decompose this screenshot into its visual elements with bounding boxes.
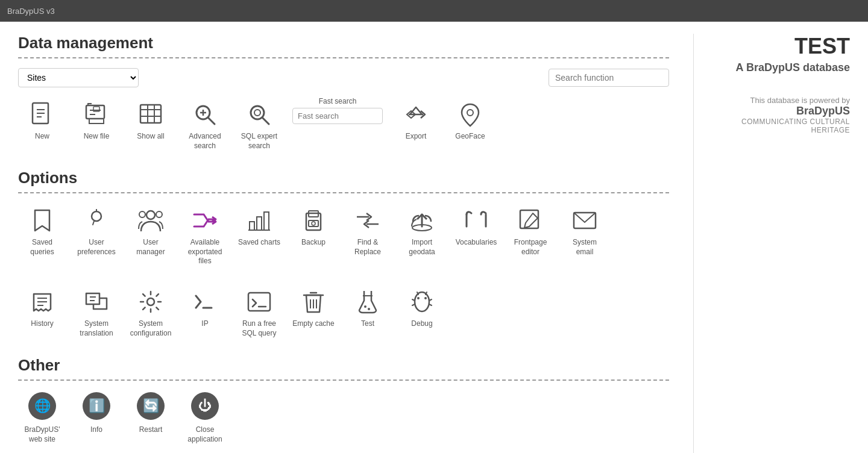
saved-charts-button[interactable]: Saved charts bbox=[235, 203, 283, 251]
options-row1: Saved queries User preferences bbox=[18, 203, 669, 270]
close-application-label: Close application bbox=[183, 425, 227, 444]
saved-queries-icon bbox=[28, 207, 56, 234]
svg-point-19 bbox=[254, 110, 260, 116]
frontpage-editor-label: Frontpage editor bbox=[509, 238, 552, 257]
history-label: History bbox=[31, 319, 53, 329]
saved-queries-button[interactable]: Saved queries bbox=[18, 203, 66, 260]
saved-queries-label: Saved queries bbox=[20, 238, 64, 257]
new-icon bbox=[28, 101, 56, 128]
import-geodata-label: Import geodata bbox=[400, 238, 444, 257]
find-replace-button[interactable]: Find & Replace bbox=[344, 203, 392, 260]
other-title: Other bbox=[18, 356, 669, 375]
system-translation-button[interactable]: System translation bbox=[72, 284, 121, 342]
globe-icon: 🌐 bbox=[28, 394, 56, 422]
geoface-label: GeoFace bbox=[455, 132, 485, 142]
export-icon bbox=[402, 101, 430, 128]
restart-button[interactable]: 🔄 Restart bbox=[127, 390, 175, 439]
find-replace-icon bbox=[354, 207, 382, 234]
debug-label: Debug bbox=[411, 319, 432, 329]
options-title: Options bbox=[18, 169, 669, 187]
system-translation-label: System translation bbox=[75, 319, 118, 338]
info-label: Info bbox=[90, 425, 102, 435]
system-configuration-button[interactable]: System configuration bbox=[127, 284, 175, 342]
svg-point-24 bbox=[139, 211, 145, 217]
user-preferences-icon bbox=[83, 207, 110, 234]
system-configuration-icon bbox=[137, 288, 165, 316]
bradypus-website-label: BraDypUS' web site bbox=[20, 425, 64, 444]
new-file-label: New file bbox=[84, 132, 110, 142]
backup-icon bbox=[300, 207, 327, 234]
user-manager-icon bbox=[137, 207, 165, 234]
geoface-icon bbox=[456, 101, 484, 128]
svg-point-59 bbox=[424, 297, 427, 299]
power-icon: ⏻ bbox=[191, 394, 219, 422]
powered-by-text: This database is powered by bbox=[706, 96, 850, 105]
frontpage-editor-icon bbox=[517, 207, 544, 234]
sql-expert-search-label: SQL expert search bbox=[237, 132, 281, 151]
system-email-button[interactable]: System email bbox=[561, 203, 609, 260]
test-label: Test bbox=[361, 319, 374, 329]
empty-cache-icon bbox=[300, 288, 327, 316]
show-all-button[interactable]: Show all bbox=[127, 97, 175, 145]
sql-expert-search-button[interactable]: SQL expert search bbox=[235, 97, 283, 154]
empty-cache-button[interactable]: Empty cache bbox=[289, 284, 338, 333]
backup-button[interactable]: Backup bbox=[289, 203, 338, 251]
new-file-button[interactable]: New file bbox=[72, 97, 121, 145]
restart-icon: 🔄 bbox=[137, 394, 165, 422]
debug-button[interactable]: Debug bbox=[398, 284, 446, 333]
system-translation-icon bbox=[83, 288, 110, 316]
app-name: BraDypUS v3 bbox=[7, 7, 55, 16]
svg-point-46 bbox=[147, 298, 154, 305]
info-icon: ℹ️ bbox=[83, 394, 110, 422]
find-replace-label: Find & Replace bbox=[346, 238, 389, 257]
fast-search-label: Fast search bbox=[319, 97, 357, 105]
import-geodata-button[interactable]: Import geodata bbox=[398, 203, 446, 260]
svg-point-20 bbox=[467, 110, 473, 116]
new-label: New bbox=[35, 132, 49, 142]
svg-rect-8 bbox=[140, 105, 161, 123]
frontpage-editor-button[interactable]: Frontpage editor bbox=[506, 203, 555, 260]
close-application-button[interactable]: ⏻ Close application bbox=[181, 390, 229, 448]
restart-label: Restart bbox=[139, 425, 163, 435]
run-sql-button[interactable]: Run a free SQL query bbox=[235, 284, 283, 342]
svg-rect-26 bbox=[250, 222, 254, 230]
advanced-search-label: Advanced search bbox=[183, 132, 227, 151]
backup-label: Backup bbox=[301, 238, 326, 248]
svg-line-14 bbox=[208, 117, 215, 124]
debug-icon bbox=[408, 288, 436, 316]
other-icons: 🌐 BraDypUS' web site ℹ️ Info 🔄 Rest bbox=[18, 390, 669, 448]
bradypus-website-button[interactable]: 🌐 BraDypUS' web site bbox=[18, 390, 66, 448]
vocabularies-icon bbox=[462, 207, 490, 234]
export-button[interactable]: Export bbox=[392, 97, 440, 145]
info-button[interactable]: ℹ️ Info bbox=[72, 390, 121, 439]
svg-point-56 bbox=[368, 308, 370, 310]
right-panel: TEST A BraDypUS database This database i… bbox=[693, 34, 850, 453]
app-subtitle: A BraDypUS database bbox=[706, 61, 850, 74]
vocabularies-button[interactable]: Vocabularies bbox=[452, 203, 500, 251]
title-bar: BraDypUS v3 bbox=[0, 0, 868, 22]
fast-search-input[interactable] bbox=[292, 108, 383, 124]
search-function-input[interactable] bbox=[549, 69, 669, 87]
options-section: Options Saved queries bbox=[18, 169, 669, 342]
user-preferences-button[interactable]: User preferences bbox=[72, 203, 121, 260]
user-manager-button[interactable]: User manager bbox=[127, 203, 175, 260]
geoface-button[interactable]: GeoFace bbox=[446, 97, 494, 145]
svg-rect-27 bbox=[257, 217, 262, 230]
system-configuration-label: System configuration bbox=[129, 319, 172, 338]
sites-dropdown[interactable]: Sites Table 1 Table 2 bbox=[18, 68, 139, 87]
svg-point-57 bbox=[415, 292, 429, 311]
svg-point-21 bbox=[92, 211, 101, 221]
available-exported-button[interactable]: Available exportated files bbox=[181, 203, 229, 270]
svg-line-18 bbox=[262, 117, 269, 124]
advanced-search-button[interactable]: Advanced search bbox=[181, 97, 229, 154]
options-row2: History System translation bbox=[18, 284, 669, 342]
saved-charts-label: Saved charts bbox=[238, 238, 280, 248]
ip-button[interactable]: IP bbox=[181, 284, 229, 333]
fast-search-group: Fast search bbox=[289, 97, 386, 124]
history-button[interactable]: History bbox=[18, 284, 66, 333]
test-button[interactable]: Test bbox=[344, 284, 392, 333]
system-email-label: System email bbox=[563, 238, 606, 257]
app-title: TEST bbox=[706, 34, 850, 59]
brand-name: BraDypUS bbox=[706, 105, 850, 117]
new-button[interactable]: New bbox=[18, 97, 66, 145]
